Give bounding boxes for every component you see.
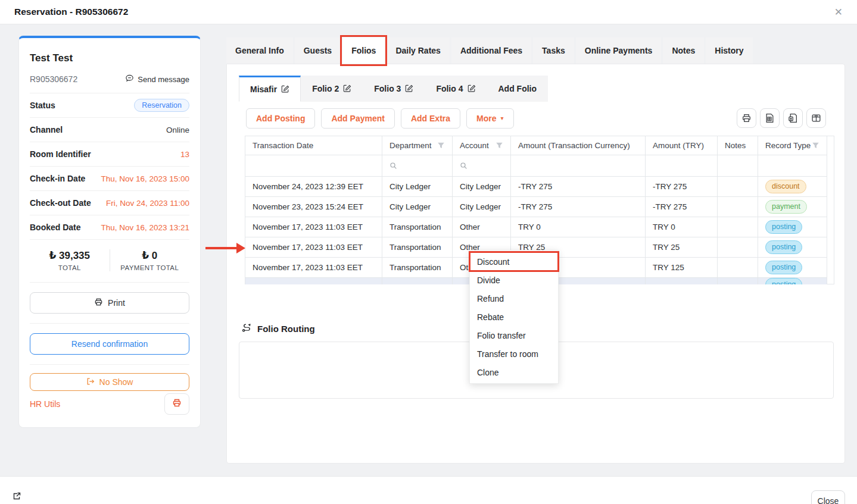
folio-tab-label: Misafir (250, 84, 277, 94)
table-scrollbar[interactable] (827, 136, 834, 284)
column-header: Amount (TRY) (653, 141, 704, 150)
cell-record_type: discount (758, 177, 827, 197)
tab-general-info[interactable]: General Info (226, 37, 293, 64)
speech-bubble-icon (125, 74, 134, 84)
folio-tab-label: Folio 4 (436, 84, 463, 93)
menu-item-discount[interactable]: Discount (470, 252, 558, 271)
search-icon (460, 162, 468, 170)
cell-notes (718, 177, 758, 197)
total-block: ₺ 39,335 TOTAL (30, 249, 110, 271)
cell-department (382, 278, 453, 284)
folio-tab-folio-2[interactable]: Folio 2 (301, 76, 363, 102)
folio-tab-add-folio[interactable]: Add Folio (487, 76, 549, 102)
cell-amount_try: TRY 0 (646, 217, 718, 237)
menu-item-transfer-to-room[interactable]: Transfer to room (470, 345, 558, 363)
action-label: Add Extra (411, 114, 450, 123)
column-header: Account (460, 141, 489, 150)
edit-icon[interactable] (343, 84, 351, 93)
menu-item-folio-transfer[interactable]: Folio transfer (470, 326, 558, 345)
close-button[interactable]: Close (811, 490, 845, 504)
tab-notes[interactable]: Notes (663, 37, 704, 64)
export-grid-icon-button[interactable] (760, 108, 780, 128)
filter-funnel-icon[interactable] (437, 142, 445, 149)
cell-department: City Ledger (382, 177, 453, 197)
column-header: Department (389, 141, 432, 150)
add-extra-button[interactable]: Add Extra (401, 108, 460, 129)
tab-additional-fees[interactable]: Additional Fees (451, 37, 531, 64)
more-button[interactable]: More▾ (466, 108, 513, 129)
record-type-badge: discount (765, 180, 806, 193)
cell-amount_tc: -TRY 275 (511, 177, 646, 197)
tab-online-payments[interactable]: Online Payments (576, 37, 662, 64)
edit-icon[interactable] (281, 85, 289, 93)
no-show-button[interactable]: No Show (30, 373, 189, 391)
print-icon-button[interactable] (737, 108, 756, 128)
table-row[interactable]: November 24, 2023 12:39 EETCity LedgerCi… (245, 177, 827, 197)
menu-item-refund[interactable]: Refund (470, 289, 558, 308)
hr-print-button[interactable] (164, 393, 189, 415)
filter-funnel-icon[interactable] (495, 142, 503, 149)
add-posting-button[interactable]: Add Posting (246, 108, 315, 129)
cell-record_type: posting (758, 278, 827, 284)
filter-cell (245, 155, 382, 177)
reservation-summary-card: Test Test R905306672 Send message Status… (18, 36, 201, 428)
cell-department: Transportation (382, 258, 453, 278)
field-value: Fri, Nov 24, 2023 11:00 (106, 199, 189, 208)
hr-utils-link[interactable]: HR Utils (30, 399, 60, 409)
filter-cell (646, 155, 718, 177)
posting-context-menu: DiscountDivideRefundRebateFolio transfer… (469, 250, 559, 384)
menu-item-divide[interactable]: Divide (470, 271, 558, 289)
column-header: Notes (725, 141, 746, 150)
tab-guests[interactable]: Guests (295, 37, 341, 64)
filter-cell (758, 155, 827, 177)
account-filter-input[interactable] (471, 161, 503, 170)
folio-tab-misafir[interactable]: Misafir (239, 76, 301, 102)
cell-department: Transportation (382, 217, 453, 237)
table-row[interactable]: November 23, 2023 15:24 EETCity LedgerCi… (245, 197, 827, 217)
menu-item-rebate[interactable]: Rebate (470, 308, 558, 326)
edit-icon[interactable] (468, 84, 476, 93)
cell-department: Transportation (382, 237, 453, 258)
logout-icon (86, 377, 95, 387)
filter-funnel-icon[interactable] (812, 142, 819, 149)
tab-daily-rates[interactable]: Daily Rates (387, 37, 449, 64)
header-cell: Amount (Transaction Currency) (511, 136, 646, 155)
route-icon (242, 323, 252, 334)
cell-notes (718, 258, 758, 278)
print-button[interactable]: Print (30, 292, 189, 314)
menu-item-clone[interactable]: Clone (470, 363, 558, 381)
filter-cell (511, 155, 646, 177)
folio-tab-label: Folio 3 (374, 84, 401, 93)
field-row-channel: ChannelOnline (30, 118, 189, 142)
add-payment-button[interactable]: Add Payment (321, 108, 394, 129)
column-header: Amount (Transaction Currency) (518, 141, 630, 150)
field-row-room-identifier: Room Identifier13 (30, 142, 189, 167)
tab-tasks[interactable]: Tasks (533, 37, 574, 64)
field-label: Room Identifier (30, 149, 91, 159)
close-icon[interactable]: ✕ (834, 7, 843, 17)
tab-history[interactable]: History (706, 37, 752, 64)
table-row[interactable]: November 17, 2023 11:03 EETTransportatio… (245, 217, 827, 237)
send-message-link[interactable]: Send message (125, 74, 189, 84)
cell-record_type: posting (758, 258, 827, 278)
cell-account: City Ledger (453, 197, 511, 217)
edit-icon[interactable] (405, 84, 413, 93)
resend-confirmation-button[interactable]: Resend confirmation (30, 333, 189, 355)
field-value: Reservation (134, 99, 189, 112)
table-view-icon-button[interactable] (806, 108, 826, 128)
header-cell: Department (382, 136, 453, 155)
filter-cell (382, 155, 453, 177)
column-header: Transaction Date (253, 141, 313, 150)
department-filter-input[interactable] (401, 161, 445, 170)
column-header: Record Type (765, 141, 811, 150)
folio-tab-folio-3[interactable]: Folio 3 (363, 76, 425, 102)
cell-date: November 17, 2023 11:03 EET (245, 217, 382, 237)
divider (30, 364, 189, 365)
tab-folios[interactable]: Folios (342, 37, 385, 64)
export-excel-icon-button[interactable] (783, 108, 803, 128)
folio-tab-folio-4[interactable]: Folio 4 (425, 76, 487, 102)
share-icon[interactable] (12, 492, 21, 503)
cell-record_type: posting (758, 237, 827, 258)
cell-date: November 17, 2023 11:03 EET (245, 258, 382, 278)
field-value: 13 (180, 150, 189, 159)
